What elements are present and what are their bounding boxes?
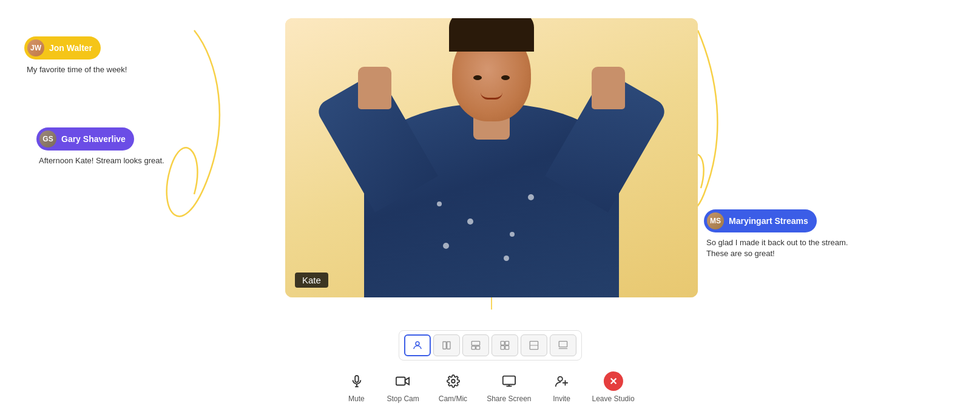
cam-mic-button[interactable]: Cam/Mic (439, 370, 467, 403)
svg-rect-2 (447, 342, 450, 349)
svg-rect-9 (505, 346, 509, 350)
monitor-icon (498, 370, 520, 392)
avatar-mary: MS (707, 212, 724, 229)
svg-rect-14 (355, 376, 359, 382)
svg-rect-19 (503, 376, 515, 385)
layout-c-icon (500, 340, 510, 350)
svg-rect-17 (396, 378, 405, 385)
invite-button[interactable]: Invite (551, 370, 573, 403)
svg-rect-8 (501, 346, 504, 350)
layout-btn-2[interactable] (433, 334, 460, 356)
mute-button[interactable]: Mute (345, 370, 367, 403)
toolbar: Mute Stop Cam Cam/Mic (336, 330, 644, 408)
avatar-gary: GS (39, 130, 56, 147)
layout-btn-4[interactable] (492, 334, 518, 356)
svg-rect-12 (559, 341, 567, 347)
layout-selector (399, 330, 582, 361)
video-area: Kate (285, 18, 698, 297)
layout-d-icon (529, 340, 539, 350)
chat-bubble-gary: GS Gary Shaverlive Afternoon Kate! Strea… (36, 127, 167, 166)
svg-point-0 (416, 342, 419, 345)
layout-btn-5[interactable] (521, 334, 547, 356)
leave-icon: ✕ (603, 370, 624, 392)
layout-btn-6[interactable] (550, 334, 576, 356)
svg-rect-1 (443, 342, 446, 349)
main-toolbar: Mute Stop Cam Cam/Mic (336, 365, 644, 408)
layout-a-icon (442, 340, 451, 350)
svg-rect-7 (505, 341, 509, 345)
svg-rect-3 (471, 341, 479, 345)
chat-bubble-mary: MS Maryingart Streams So glad I made it … (704, 209, 862, 259)
svg-rect-4 (471, 346, 475, 349)
avatar-jon: JW (27, 39, 44, 56)
video-background (285, 18, 698, 297)
layout-btn-3[interactable] (462, 334, 489, 356)
mic-icon (345, 370, 367, 392)
bubble-header-mary: MS Maryingart Streams (704, 209, 817, 232)
leave-studio-button[interactable]: ✕ Leave Studio (592, 370, 635, 403)
layout-b-icon (471, 340, 481, 350)
person-add-icon (551, 370, 573, 392)
share-screen-button[interactable]: Share Screen (487, 370, 531, 403)
stop-cam-button[interactable]: Stop Cam (387, 370, 419, 403)
bubble-header-gary: GS Gary Shaverlive (36, 127, 134, 151)
settings-icon (442, 370, 464, 392)
video-name-badge: Kate (295, 273, 328, 288)
layout-e-icon (558, 340, 568, 350)
bubble-header-jon: JW Jon Walter (24, 36, 101, 59)
svg-point-18 (451, 379, 455, 383)
person-icon (412, 340, 423, 351)
svg-rect-6 (501, 341, 504, 345)
svg-point-22 (558, 377, 562, 381)
svg-rect-5 (476, 346, 479, 349)
camera-icon (392, 370, 414, 392)
layout-btn-person[interactable] (404, 334, 431, 356)
chat-bubble-jon: JW Jon Walter My favorite time of the we… (24, 36, 129, 75)
